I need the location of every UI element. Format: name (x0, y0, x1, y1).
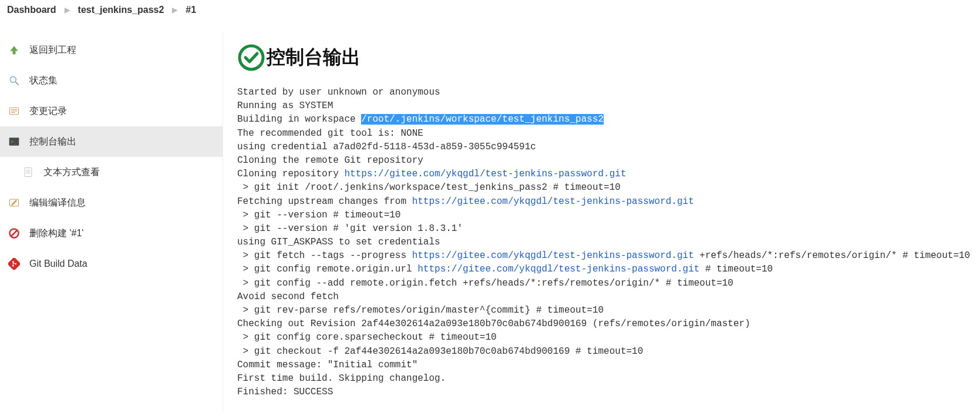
console-line: > git rev-parse refs/remotes/origin/mast… (237, 305, 604, 316)
svg-rect-15 (8, 258, 20, 270)
main-content: 控制台输出 Started by user unknown or anonymo… (223, 32, 980, 411)
console-line: Checking out Revision 2af44e302614a2a093… (237, 319, 750, 329)
console-line: using GIT_ASKPASS to set credentials (237, 237, 446, 247)
breadcrumb-dashboard[interactable]: Dashboard (2, 5, 61, 15)
terminal-icon: >_ (7, 135, 21, 149)
console-line: > git --version # 'git version 1.8.3.1' (237, 223, 463, 234)
sidebar-item-console[interactable]: >_ 控制台输出 (0, 126, 223, 157)
console-line: Started by user unknown or anonymous (237, 87, 440, 98)
console-link[interactable]: https://gitee.com/ykqgdl/test-jenkins-pa… (412, 196, 694, 207)
sidebar-item-label: 编辑编译信息 (29, 197, 86, 209)
console-line: > git config core.sparsecheckout # timeo… (237, 332, 497, 343)
chevron-right-icon: ▶ (61, 6, 73, 14)
sidebar-item-label: 状态集 (29, 75, 58, 87)
sidebar-item-status[interactable]: 状态集 (0, 65, 223, 96)
svg-point-21 (240, 46, 263, 69)
sidebar: 返回到工程 状态集 变更记录 >_ 控制台输出 文本方式查看 (0, 32, 223, 411)
sidebar-item-label: 变更记录 (29, 105, 67, 118)
console-line: using credential a7ad02fd-5118-453d-a859… (237, 142, 536, 152)
console-line: > git fetch --tags --progress (237, 250, 412, 261)
console-line: Cloning the remote Git repository (237, 155, 423, 166)
search-icon (7, 73, 21, 88)
console-line: > git config --add remote.origin.fetch +… (237, 278, 733, 289)
chevron-right-icon: ▶ (169, 6, 181, 14)
page-title: 控制台输出 (267, 45, 361, 71)
console-link[interactable]: https://gitee.com/ykqgdl/test-jenkins-pa… (412, 250, 694, 261)
console-link[interactable]: https://gitee.com/ykqgdl/test-jenkins-pa… (417, 264, 699, 274)
console-line: Avoid second fetch (237, 291, 339, 302)
sidebar-item-changes[interactable]: 变更记录 (0, 96, 223, 126)
svg-point-0 (10, 76, 16, 82)
document-icon (21, 165, 35, 179)
notepad-pencil-icon (7, 196, 21, 210)
console-highlight: /root/.jenkins/workspace/test_jenkins_pa… (361, 114, 604, 125)
console-line: First time build. Skipping changelog. (237, 373, 446, 384)
svg-line-14 (11, 230, 17, 236)
console-line: > git config remote.origin.url (237, 264, 417, 274)
sidebar-item-label: 返回到工程 (29, 44, 76, 56)
git-icon (7, 257, 21, 271)
up-arrow-icon (7, 43, 21, 57)
console-line: > git --version # timeout=10 (237, 210, 400, 220)
svg-rect-8 (25, 168, 32, 177)
console-line: The recommended git tool is: NONE (237, 128, 423, 139)
svg-text:>_: >_ (11, 139, 17, 145)
console-line: Running as SYSTEM (237, 100, 333, 111)
success-icon (237, 43, 265, 72)
console-link[interactable]: https://gitee.com/ykqgdl/test-jenkins-pa… (344, 169, 626, 179)
console-output: Started by user unknown or anonymous Run… (237, 86, 966, 399)
console-line: Building in workspace (237, 114, 361, 125)
console-line: > git checkout -f 2af44e302614a2a093e180… (237, 346, 643, 357)
console-line: # timeout=10 (699, 264, 773, 274)
sidebar-item-back[interactable]: 返回到工程 (0, 35, 223, 65)
notepad-icon (7, 104, 21, 118)
sidebar-item-label: 控制台输出 (29, 136, 76, 148)
console-line: Fetching upstream changes from (237, 196, 412, 207)
sidebar-item-plaintext[interactable]: 文本方式查看 (0, 157, 223, 187)
sidebar-item-label: Git Build Data (29, 259, 87, 269)
sidebar-item-label: 文本方式查看 (43, 166, 100, 179)
console-line: Cloning repository (237, 169, 344, 179)
svg-line-1 (16, 82, 19, 85)
breadcrumb: Dashboard ▶ test_jenkins_pass2 ▶ #1 (0, 0, 980, 20)
sidebar-item-edit-build[interactable]: 编辑编译信息 (0, 187, 223, 218)
console-line: Finished: SUCCESS (237, 387, 333, 397)
console-line: > git init /root/.jenkins/workspace/test… (237, 182, 621, 193)
sidebar-item-delete-build[interactable]: 删除构建 '#1' (0, 218, 223, 249)
console-line: +refs/heads/*:refs/remotes/origin/* # ti… (694, 250, 970, 261)
sidebar-item-label: 删除构建 '#1' (29, 227, 83, 240)
breadcrumb-build[interactable]: #1 (181, 5, 201, 15)
console-line: Commit message: "Initial commit" (237, 360, 417, 370)
delete-icon (7, 226, 21, 240)
sidebar-item-git-build-data[interactable]: Git Build Data (0, 249, 223, 279)
breadcrumb-job[interactable]: test_jenkins_pass2 (73, 5, 169, 15)
